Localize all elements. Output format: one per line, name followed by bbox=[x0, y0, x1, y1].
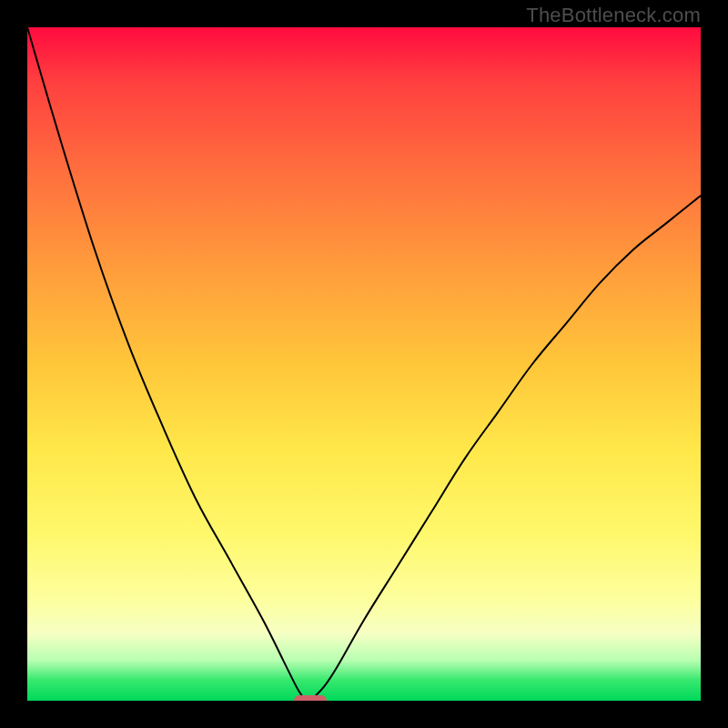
chart-frame: TheBottleneck.com bbox=[0, 0, 728, 728]
optimal-marker bbox=[294, 695, 327, 701]
bottleneck-curve bbox=[27, 27, 701, 701]
watermark-text: TheBottleneck.com bbox=[526, 4, 701, 27]
plot-area bbox=[27, 27, 701, 701]
curve-left-branch bbox=[27, 27, 310, 701]
curve-right-branch bbox=[310, 196, 701, 701]
